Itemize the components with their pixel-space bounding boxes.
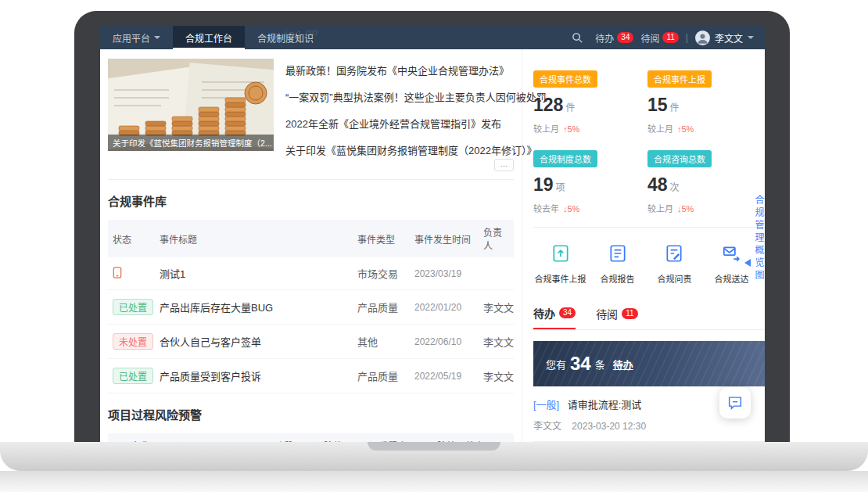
event-date-cell: 2023/03/19: [410, 257, 479, 290]
event-date-cell: 2022/06/10: [410, 325, 479, 359]
banner-todo-link[interactable]: 待办: [613, 357, 633, 372]
stat-badge: 合规事件上报: [647, 70, 712, 88]
nav-tab-compliance-knowledge[interactable]: 合规制度知识: [245, 26, 326, 49]
nav-tab-compliance-workbench[interactable]: 合规工作台: [173, 26, 245, 49]
col-title: 事件标题: [155, 220, 353, 257]
quick-action-event-report[interactable]: 合规事件上报: [533, 243, 587, 285]
quick-action-label: 合规问责: [647, 272, 701, 285]
event-date-cell: 2022/05/19: [410, 359, 479, 393]
table-header-row: 项目名称 项目阶段 风险值 严重程度 风险处理状态: [108, 433, 514, 442]
news-more-row: ...: [108, 159, 514, 171]
todo-count-badge: 34: [617, 32, 633, 43]
stat-card-consultations-total[interactable]: 合规咨询总数 48次 较上月↓5%: [647, 150, 751, 214]
table-row[interactable]: 已处置 产品出库后存在大量BUG 产品质量 2022/01/20 李文文: [108, 290, 514, 325]
banner-unit: 条: [595, 357, 605, 372]
table-row[interactable]: 已处置 产品质量受到客户投诉 产品质量 2022/05/19 李文文: [108, 359, 514, 393]
caret-down-icon: [748, 36, 754, 39]
news-item[interactable]: “一案双罚”典型执法案例！这些企业主要负责人因何被处罚: [285, 89, 547, 104]
nav-toread-link[interactable]: 待阅 11: [640, 31, 678, 45]
tab-todo[interactable]: 待办 34: [533, 305, 576, 329]
user-name: 李文文: [715, 31, 743, 45]
todo-owner: 李文文: [533, 421, 561, 432]
status-badge: 已处置: [113, 368, 153, 384]
quick-action-accountability[interactable]: 合规问责: [647, 243, 701, 285]
todo-count-badge: 34: [559, 307, 576, 318]
event-owner-cell: 李文文: [479, 359, 514, 393]
top-navbar: ursuing po 应用平台 合规工作台 合规制度知识 待办 34 待阅 11: [100, 26, 765, 49]
send-icon: [721, 243, 741, 264]
event-title-cell: 产品质量受到客户投诉: [155, 359, 353, 393]
todo-time: 2023-03-20 12:30: [572, 421, 646, 432]
nav-toread-label: 待阅: [640, 31, 659, 45]
left-column: 关于印发《蓝悦集团财务报销管理制度（2... 最新政策！国务院发布《中央企业合规…: [100, 49, 522, 442]
stat-card-events-total[interactable]: 合规事件总数 128件 较上月↑5%: [533, 70, 637, 135]
banner-prefix: 您有: [546, 357, 566, 372]
event-type-cell: 产品质量: [353, 290, 410, 325]
event-title-cell: 合伙人自己与客户签单: [155, 325, 353, 359]
news-more-button[interactable]: ...: [494, 159, 514, 171]
event-title-cell: 测试1: [155, 257, 353, 290]
stat-unit: 次: [670, 182, 680, 193]
stat-compare-label: 较上月: [533, 124, 559, 134]
risk-warning-table: 项目名称 项目阶段 风险值 严重程度 风险处理状态 阳县造林项目 阶段一 2 灾…: [108, 433, 514, 442]
banner-count: 34: [570, 353, 591, 375]
stat-trend: ↑5%: [677, 124, 694, 134]
stat-card-policies-total[interactable]: 合规制度总数 19项 较去年↓5%: [533, 150, 637, 214]
table-row[interactable]: 测试1 市场交易 2023/03/19: [108, 257, 514, 290]
chevron-left-icon: [744, 259, 751, 267]
nav-app-platform-label: 应用平台: [113, 31, 150, 45]
news-item[interactable]: 最新政策！国务院发布《中央企业合规管理办法》: [285, 63, 547, 77]
stat-value: 15: [647, 95, 668, 115]
status-badge: 未处置: [113, 333, 153, 350]
news-image-caption: 关于印发《蓝悦集团财务报销管理制度（2...: [108, 135, 274, 151]
section-divider: [108, 179, 514, 180]
stat-value: 19: [533, 174, 554, 195]
stat-badge: 合规咨询总数: [647, 150, 712, 167]
nav-tab-label: 合规工作台: [185, 31, 232, 45]
report-upload-icon: [551, 243, 571, 264]
event-owner-cell: 李文文: [479, 325, 514, 359]
toread-count-badge: 11: [662, 32, 678, 43]
laptop-base-shadow: [0, 471, 868, 492]
nav-app-platform-dropdown[interactable]: 应用平台: [100, 26, 173, 49]
search-icon[interactable]: [572, 32, 583, 44]
drawer-label: 合规管理概览图: [752, 195, 765, 282]
event-owner-cell: [479, 257, 514, 290]
tab-label: 待阅: [596, 306, 618, 321]
stat-compare-label: 较上月: [647, 204, 673, 214]
caret-down-icon: [154, 36, 160, 39]
news-item[interactable]: 关于印发《蓝悦集团财务报销管理制度（2022年修订）》...: [285, 142, 547, 157]
clipboard-pen-icon: [664, 243, 684, 264]
nav-right-area: 待办 34 待阅 11 | 李文文: [572, 31, 765, 45]
nav-todo-link[interactable]: 待办 34: [595, 31, 633, 45]
news-featured-image[interactable]: 关于印发《蓝悦集团财务报销管理制度（2...: [108, 59, 274, 151]
user-menu[interactable]: 李文文: [695, 31, 754, 45]
event-library-table: 状态 事件标题 事件类型 事件发生时间 负责人 测试1: [108, 220, 514, 393]
overview-drawer-handle[interactable]: 合规管理概览图: [752, 195, 764, 282]
todo-summary-banner: 您有 34 条 待办: [533, 341, 765, 386]
news-item[interactable]: 2022年全新《企业境外经营合规管理指引》发布: [285, 116, 547, 131]
news-section: 关于印发《蓝悦集团财务报销管理制度（2... 最新政策！国务院发布《中央企业合规…: [108, 59, 514, 157]
table-row[interactable]: 未处置 合伙人自己与客户签单 其他 2022/06/10 李文文: [108, 325, 514, 359]
event-date-cell: 2022/01/20: [410, 290, 479, 325]
stat-card-events-reported[interactable]: 合规事件上报 15件 较上月↑5%: [647, 70, 751, 135]
col-type: 事件类型: [353, 220, 410, 257]
col-project-stage: 项目阶段: [251, 433, 310, 442]
quick-action-label: 合规送达: [705, 272, 759, 285]
stat-compare-label: 较去年: [533, 204, 559, 214]
col-owner: 负责人: [479, 220, 514, 257]
event-title-cell: 产品出库后存在大量BUG: [155, 290, 353, 325]
quick-action-compliance-report[interactable]: 合规报告: [590, 243, 644, 285]
document-icon: [608, 243, 628, 264]
stat-badge: 合规制度总数: [533, 150, 597, 167]
nav-separator: |: [686, 32, 688, 43]
tab-toread[interactable]: 待阅 11: [596, 305, 637, 329]
todo-panel-tabs: 待办 34 待阅 11: [533, 305, 765, 330]
todo-title: 请审批流程:测试: [568, 399, 642, 411]
feedback-float-button[interactable]: [719, 387, 751, 418]
stats-grid: 合规事件总数 128件 较上月↑5% 合规事件上报 15件 较上月↑5% 合规制…: [533, 70, 765, 214]
main-content: 关于印发《蓝悦集团财务报销管理制度（2... 最新政策！国务院发布《中央企业合规…: [100, 49, 765, 442]
event-type-cell: 市场交易: [353, 257, 410, 290]
col-severity: 严重程度: [364, 433, 423, 442]
right-column: 合规事件总数 128件 较上月↑5% 合规事件上报 15件 较上月↑5% 合规制…: [522, 49, 765, 442]
